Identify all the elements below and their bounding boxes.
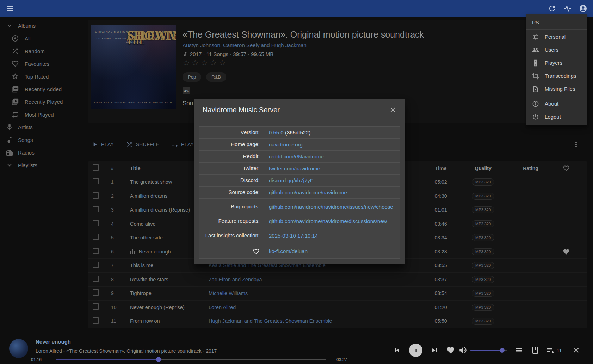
menu-item-logout[interactable]: Logout xyxy=(526,110,587,123)
about-dialog: Navidrome Music Server Version:0.55.0 (3… xyxy=(194,99,405,264)
about-row-feature-requests: Feature requests:github.com/navidrome/na… xyxy=(199,215,400,227)
refresh-icon[interactable] xyxy=(548,4,556,13)
about-row-source-code: Source code:github.com/navidrome/navidro… xyxy=(199,186,400,198)
menu-item-label: Players xyxy=(545,60,562,66)
lyrics-icon[interactable] xyxy=(531,346,539,354)
about-row-link[interactable]: github.com/navidrome/navidrome/issues/ne… xyxy=(269,204,393,210)
menu-item-label: Users xyxy=(545,47,558,53)
top-app-bar xyxy=(0,0,593,17)
player-controls: 11 xyxy=(393,343,580,357)
menu-item-label: Missing Files xyxy=(545,86,575,92)
next-track-icon[interactable] xyxy=(430,346,439,354)
menu-item-missing-files[interactable]: Missing Files xyxy=(526,82,587,95)
account-icon[interactable] xyxy=(579,4,587,13)
previous-track-icon[interactable] xyxy=(393,346,401,354)
menu-hamburger-icon[interactable] xyxy=(6,4,14,13)
menu-item-label: About xyxy=(545,101,558,107)
tune-icon xyxy=(532,33,539,40)
about-row-label: Version: xyxy=(199,129,261,136)
menu-divider xyxy=(526,29,587,30)
user-menu-username: PS xyxy=(526,16,587,29)
player-track-title[interactable]: Never enough xyxy=(36,339,71,345)
play-queue-icon[interactable] xyxy=(546,346,555,355)
pause-button[interactable] xyxy=(409,344,422,357)
activity-icon[interactable] xyxy=(563,4,572,13)
menu-item-users[interactable]: Users xyxy=(526,43,587,56)
about-row-label: Bug reports: xyxy=(199,203,261,210)
volume-slider[interactable] xyxy=(470,350,507,351)
about-row-link[interactable]: ko-fi.com/deluan xyxy=(269,248,308,254)
player-album-art[interactable] xyxy=(9,339,28,358)
about-row-link[interactable]: twitter.com/navidrome xyxy=(269,165,320,171)
menu-item-label: Transcodings xyxy=(545,73,576,79)
user-menu: PS PersonalUsersPlayersTranscodingsMissi… xyxy=(526,14,587,125)
menu-item-label: Personal xyxy=(545,34,566,40)
file-missing-icon xyxy=(532,86,539,93)
power-icon xyxy=(532,113,539,120)
about-row-label: Feature requests: xyxy=(199,218,261,225)
about-row-link[interactable]: github.com/navidrome/navidrome xyxy=(269,189,347,195)
users-icon xyxy=(532,46,539,54)
close-icon[interactable] xyxy=(389,106,397,114)
about-row-link[interactable]: reddit.com/r/Navidrome xyxy=(269,153,324,159)
progress-knob[interactable] xyxy=(156,357,161,362)
about-row-link[interactable]: 2025-03-10 17:10:14 xyxy=(269,233,318,239)
menu-item-personal[interactable]: Personal xyxy=(526,30,587,43)
heart-outline-icon xyxy=(253,248,260,255)
menu-item-transcodings[interactable]: Transcodings xyxy=(526,69,587,82)
about-row-discord: Discord:discord.gg/xh7j7yF xyxy=(199,174,400,186)
about-row-bug-reports: Bug reports:github.com/navidrome/navidro… xyxy=(199,198,400,215)
menu-item-about[interactable]: About xyxy=(526,97,587,110)
about-row-label: Reddit: xyxy=(199,153,261,160)
about-row-kofi: ko-fi.com/deluan xyxy=(199,244,400,259)
about-row-label: Home page: xyxy=(199,141,261,148)
queue-count: 11 xyxy=(557,347,562,353)
about-row-last-insights-collection: Last insights collection:2025-03-10 17:1… xyxy=(199,227,400,244)
about-row-label xyxy=(199,248,261,255)
about-row-suffix: (365df522) xyxy=(284,130,311,136)
pause-icon xyxy=(412,346,420,354)
about-row-label: Discord: xyxy=(199,177,261,184)
about-row-version: Version:0.55.0 (365df522) xyxy=(199,126,400,138)
about-row-link[interactable]: navidrome.org xyxy=(269,142,303,148)
player-total-time: 03:27 xyxy=(336,357,347,362)
about-row-link[interactable]: discord.gg/xh7j7yF xyxy=(269,177,313,183)
about-row-label: Twitter: xyxy=(199,165,261,172)
volume-icon[interactable] xyxy=(458,346,468,355)
favourite-icon[interactable] xyxy=(446,346,455,354)
info-icon xyxy=(532,100,539,107)
about-dialog-title: Navidrome Music Server xyxy=(203,106,280,114)
menu-item-players[interactable]: Players xyxy=(526,56,587,69)
player-track-details: Loren Allred - «The Greatest Showman». O… xyxy=(36,348,217,354)
about-row-reddit: Reddit:reddit.com/r/Navidrome xyxy=(199,150,400,162)
player-elapsed-time: 01:16 xyxy=(31,357,42,362)
navidrome-app: AlbumsAllRandomFavouritesTop RatedRecent… xyxy=(0,0,593,364)
about-row-link[interactable]: 0.55.0 xyxy=(269,130,284,136)
about-row-label: Last insights collection: xyxy=(199,232,261,239)
crop-icon xyxy=(532,73,539,80)
about-row-label: Source code: xyxy=(199,189,261,196)
about-row-twitter: Twitter:twitter.com/navidrome xyxy=(199,162,400,174)
player-close-icon[interactable] xyxy=(572,346,580,354)
progress-slider[interactable] xyxy=(56,359,326,360)
menu-item-label: Logout xyxy=(545,114,561,120)
player-bar: Never enough Loren Allred - «The Greates… xyxy=(0,334,593,364)
about-row-link[interactable]: github.com/navidrome/navidrome/discussio… xyxy=(269,218,387,224)
menu-divider xyxy=(526,96,587,96)
players-icon xyxy=(532,59,539,67)
volume-knob[interactable] xyxy=(500,348,505,353)
about-row-home-page: Home page:navidrome.org xyxy=(199,138,400,150)
queue-icon[interactable] xyxy=(515,346,523,354)
